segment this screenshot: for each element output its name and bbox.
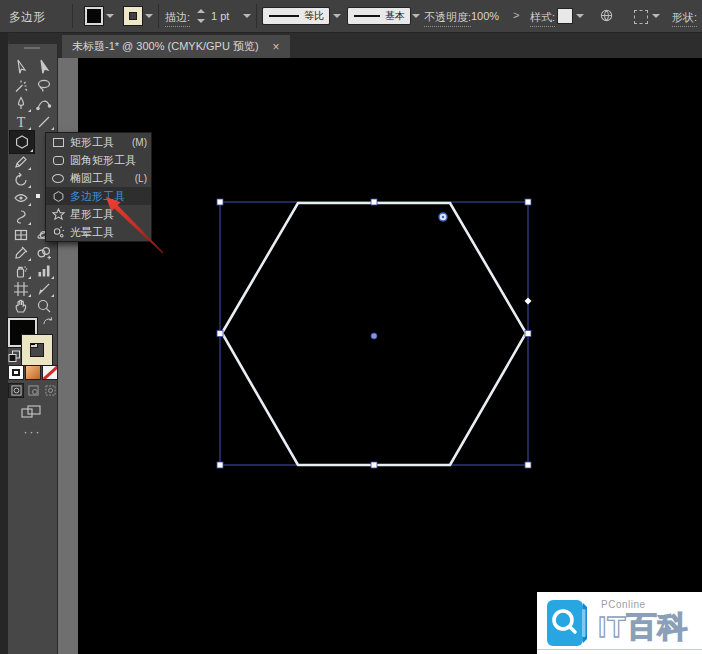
star-icon [51,207,65,221]
flyout-item-star[interactable]: 星形工具 [46,205,151,223]
type-tool-icon[interactable] [10,112,32,131]
eyedropper-tool-icon[interactable] [10,243,32,262]
stroke-color-swatch[interactable] [124,7,142,25]
separator [72,4,73,28]
flyout-item-rectangle[interactable]: 矩形工具 (M) [46,133,151,151]
flyout-item-polygon[interactable]: 多边形工具 [46,187,151,205]
document-tab-title: 未标题-1* @ 300% (CMYK/GPU 预览) [72,39,259,54]
curvature-tool-icon[interactable] [33,94,55,113]
free-transform-tool-icon[interactable] [10,207,32,226]
fill-chevron-icon[interactable] [106,14,114,18]
default-fill-stroke-icon[interactable] [8,350,21,363]
magic-wand-tool-icon[interactable] [10,76,32,95]
pencil-tool-icon[interactable] [10,152,32,171]
ellipse-icon [51,171,65,185]
swap-fill-stroke-icon[interactable] [41,316,55,329]
flyout-item-rounded-rectangle[interactable]: 圆角矩形工具 [46,151,151,169]
stroke-proxy-swatch[interactable] [22,335,52,365]
selection-tool-icon[interactable] [10,57,32,76]
brush-chevron-icon[interactable] [412,14,420,18]
pconline-logo-icon [546,599,590,647]
direct-selection-tool-icon[interactable] [33,57,55,76]
edit-toolbar-dots[interactable]: ··· [8,425,57,439]
lasso-tool-icon[interactable] [33,76,55,95]
active-tool-marker [36,194,40,198]
line-segment-tool-icon[interactable] [33,112,55,131]
shape-tools-flyout: 矩形工具 (M) 圆角矩形工具 椭圆工具 (L) 多边形工具 星形工具 光晕工具 [45,132,152,242]
watermark: PConline IT百科 [537,592,702,654]
tab-close-icon[interactable]: × [273,40,280,54]
brush-definition-dropdown[interactable]: 基本 [348,8,410,24]
panel-grip[interactable] [24,47,40,49]
style-panel-link[interactable]: 样式: [530,10,555,27]
width-tool-icon[interactable] [10,188,32,207]
illustrator-window: 多边形 描边: 1 pt 等比 基本 不透明度: 100% > 样式: 形状: [0,0,702,654]
flyout-item-ellipse[interactable]: 椭圆工具 (L) [46,169,151,187]
brush-line-preview [354,15,380,17]
stroke-profile-dropdown[interactable]: 等比 [263,8,329,24]
align-chevron-icon[interactable] [652,14,660,18]
none-fill-button[interactable] [43,366,57,379]
style-swatch[interactable] [558,9,572,23]
fill-color-swatch[interactable] [85,7,103,25]
opacity-more-chevron[interactable]: > [513,9,519,21]
rectangle-icon [51,135,65,149]
align-bounds-icon[interactable] [634,10,648,24]
symbol-sprayer-tool-icon[interactable] [10,261,32,280]
separator [256,4,257,28]
draw-normal-mode-button[interactable] [9,384,23,397]
mesh-tool-icon[interactable] [10,225,32,244]
stroke-weight-chevron-icon[interactable] [243,14,251,18]
profile-chevron-icon[interactable] [333,14,341,18]
draw-inside-mode-button[interactable] [43,384,57,397]
style-chevron-icon[interactable] [576,14,584,18]
opacity-panel-link[interactable]: 不透明度: [424,10,471,27]
watermark-underline [537,649,702,650]
polygon-tool-button[interactable] [10,131,34,153]
flyout-item-flare[interactable]: 光晕工具 [46,223,151,241]
brush-value: 基本 [385,9,405,23]
shape-builder-tool-icon[interactable] [33,243,55,262]
document-tab[interactable]: 未标题-1* @ 300% (CMYK/GPU 预览) × [62,35,290,58]
column-graph-tool-icon[interactable] [33,261,55,280]
separator [158,4,159,28]
panel-edge-strip [0,32,8,654]
rounded-rectangle-icon [51,153,65,167]
flare-icon [51,225,65,239]
stroke-weight-stepper[interactable] [197,8,206,24]
artboard-canvas[interactable] [78,58,702,654]
stroke-chevron-icon[interactable] [145,14,153,18]
draw-behind-mode-button[interactable] [26,384,40,397]
tab-bar: « 未标题-1* @ 300% (CMYK/GPU 预览) × [0,32,702,58]
recolor-artwork-icon[interactable] [599,8,614,23]
opacity-value[interactable]: 100% [471,10,499,22]
zoom-tool-icon[interactable] [33,296,55,315]
stroke-weight-value[interactable]: 1 pt [211,10,229,22]
polygon-icon [51,189,65,203]
gradient-fill-button[interactable] [26,366,40,379]
shape-panel-link[interactable]: 形状: [672,10,697,27]
selection-type-label: 多边形 [9,9,45,26]
profile-line-preview [269,15,299,17]
color-fill-button[interactable] [9,366,23,379]
screen-mode-icon[interactable] [20,404,44,420]
rotate-tool-icon[interactable] [10,170,32,189]
pen-tool-icon[interactable] [10,94,32,113]
control-bar: 多边形 描边: 1 pt 等比 基本 不透明度: 100% > 样式: 形状: [0,0,702,33]
hand-tool-icon[interactable] [10,296,32,315]
profile-value: 等比 [304,9,324,23]
stroke-panel-link[interactable]: 描边: [165,10,190,27]
watermark-title: IT百科 [598,607,689,648]
